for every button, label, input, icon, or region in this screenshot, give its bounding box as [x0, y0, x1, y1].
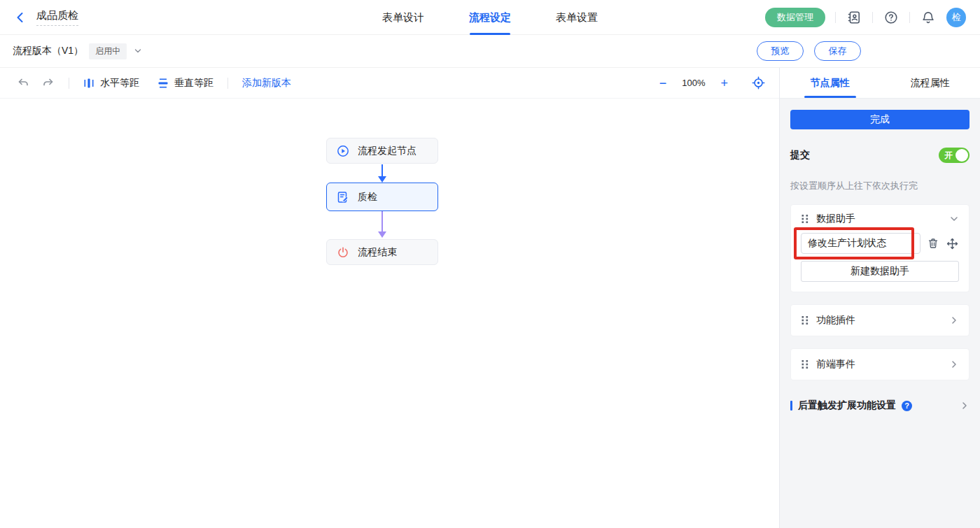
data-helper-header[interactable]: 数据助手	[791, 205, 969, 233]
toggle-knob	[955, 149, 968, 162]
back-icon[interactable]	[14, 11, 27, 24]
post-trigger-section[interactable]: 后置触发扩展功能设置 ?	[790, 399, 969, 412]
panel-body: 完成 提交 开 按设置顺序从上往下依次执行完 数据助手	[780, 99, 980, 528]
edge-arrowhead	[378, 176, 386, 183]
edge-arrowhead	[378, 231, 386, 238]
tab-flow-settings[interactable]: 流程设定	[469, 0, 511, 35]
divider	[872, 12, 873, 23]
card-title: 功能插件	[816, 314, 942, 327]
version-actions: 预览 保存	[757, 41, 861, 61]
preview-button[interactable]: 预览	[757, 41, 804, 61]
flow-editor: 水平等距 垂直等距 添加新版本 − 100% +	[0, 68, 779, 528]
page-title[interactable]: 成品质检	[36, 9, 78, 26]
flow-version-label: 流程版本（V1）	[13, 45, 83, 57]
save-button[interactable]: 保存	[814, 41, 861, 61]
undo-icon[interactable]	[17, 77, 29, 90]
editor-toolbar: 水平等距 垂直等距 添加新版本 − 100% +	[0, 68, 779, 99]
frontend-event-card: 前端事件	[790, 348, 969, 380]
tab-form-design[interactable]: 表单设计	[382, 0, 424, 35]
version-chevron-down-icon[interactable]	[134, 47, 142, 55]
panel-tabs: 节点属性 流程属性	[780, 68, 980, 99]
form-edit-icon	[337, 191, 349, 204]
zoom-out-button[interactable]: −	[659, 77, 667, 90]
chevron-down-icon[interactable]	[949, 214, 959, 224]
version-bar: 流程版本（V1） 启用中 预览 保存	[0, 35, 980, 68]
tab-form-config[interactable]: 表单设置	[556, 0, 598, 35]
topbar-right: 数据管理 检	[765, 8, 980, 27]
contacts-book-icon[interactable]	[846, 9, 862, 26]
chevron-right-icon[interactable]	[960, 401, 969, 411]
move-icon[interactable]	[946, 237, 958, 250]
node-flow-start[interactable]: 流程发起节点	[326, 138, 438, 164]
divider	[227, 78, 228, 89]
execution-order-hint: 按设置顺序从上往下依次执行完	[790, 180, 969, 192]
submit-row: 提交 开	[790, 148, 969, 163]
submit-label: 提交	[790, 149, 810, 162]
divider	[69, 78, 69, 89]
distribute-horizontal-icon	[83, 78, 94, 89]
node-label: 流程发起节点	[358, 145, 416, 157]
section-accent-bar	[790, 401, 792, 411]
bell-icon[interactable]	[920, 9, 937, 26]
chevron-right-icon[interactable]	[949, 315, 959, 325]
workspace: 水平等距 垂直等距 添加新版本 − 100% +	[0, 68, 980, 528]
submit-toggle[interactable]: 开	[939, 148, 969, 163]
data-helper-item-input[interactable]: 修改生产计划状态	[801, 233, 920, 254]
drag-handle-icon	[801, 214, 809, 224]
card-title: 前端事件	[816, 358, 942, 371]
card-title: 数据助手	[816, 213, 942, 225]
node-label: 流程结束	[358, 246, 397, 259]
horizontal-equal-spacing-button[interactable]: 水平等距	[83, 77, 139, 90]
question-circle-icon[interactable]: ?	[902, 401, 912, 411]
topbar: 成品质检 表单设计 流程设定 表单设置 数据管理	[0, 0, 980, 35]
properties-panel: 节点属性 流程属性 完成 提交 开 按设置顺序从上往下依次执行完	[779, 68, 980, 528]
locate-center-icon[interactable]	[752, 76, 765, 90]
data-manage-button[interactable]: 数据管理	[765, 8, 825, 27]
chevron-right-icon[interactable]	[949, 359, 959, 369]
status-badge: 启用中	[89, 43, 127, 59]
function-plugin-card: 功能插件	[790, 304, 969, 336]
main-tabs: 表单设计 流程设定 表单设置	[382, 0, 598, 35]
node-label: 质检	[358, 191, 377, 204]
post-trigger-title: 后置触发扩展功能设置	[798, 399, 896, 412]
toggle-on-label: 开	[944, 150, 953, 162]
power-icon	[337, 246, 349, 259]
vertical-equal-spacing-button[interactable]: 垂直等距	[158, 77, 214, 90]
play-circle-icon	[337, 145, 349, 157]
help-icon[interactable]	[883, 9, 899, 26]
divider	[909, 12, 910, 23]
zoom-level: 100%	[682, 78, 705, 88]
delete-icon[interactable]	[927, 237, 939, 250]
distribute-vertical-icon	[158, 78, 169, 89]
redo-icon[interactable]	[42, 77, 55, 90]
topbar-left: 成品质检	[0, 9, 78, 26]
avatar[interactable]: 检	[946, 8, 966, 27]
data-helper-item-row: 修改生产计划状态	[791, 233, 969, 254]
data-helper-item-wrap: 修改生产计划状态	[801, 233, 920, 254]
frontend-event-header[interactable]: 前端事件	[791, 349, 969, 380]
drag-handle-icon	[801, 359, 809, 369]
edge-start-to-qc	[382, 164, 383, 177]
data-helper-card: 数据助手 修改生产计划状态	[790, 204, 969, 292]
divider	[835, 12, 836, 23]
function-plugin-header[interactable]: 功能插件	[791, 305, 969, 336]
drag-handle-icon	[801, 315, 809, 325]
new-data-helper-button[interactable]: 新建数据助手	[801, 261, 959, 282]
zoom-controls: − 100% +	[659, 76, 765, 90]
edge-qc-to-end	[382, 211, 383, 232]
add-new-version-link[interactable]: 添加新版本	[242, 77, 291, 90]
done-button[interactable]: 完成	[790, 110, 969, 129]
flow-canvas[interactable]: 流程发起节点 质检	[0, 99, 779, 528]
zoom-in-button[interactable]: +	[720, 77, 728, 90]
tab-flow-properties[interactable]: 流程属性	[880, 68, 980, 98]
tab-node-properties[interactable]: 节点属性	[780, 68, 880, 98]
node-flow-end[interactable]: 流程结束	[326, 239, 438, 265]
node-quality-check[interactable]: 质检	[326, 183, 438, 211]
